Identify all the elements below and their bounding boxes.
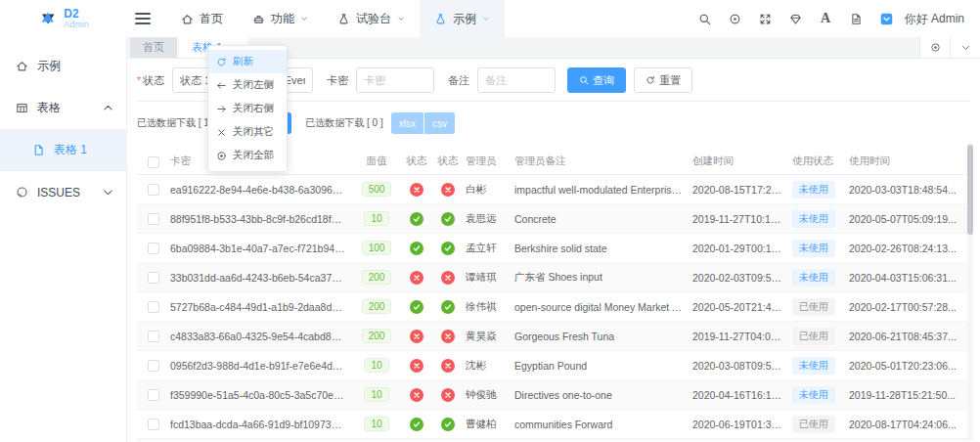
card-label: 卡密 — [327, 73, 348, 88]
focus-button[interactable] — [723, 7, 747, 31]
fullscreen-button[interactable] — [753, 7, 778, 31]
close-icon — [216, 127, 227, 138]
cell-created-time: 2020-02-03T09:58:05... — [692, 272, 792, 284]
app-logo[interactable]: D2 Admin — [0, 0, 127, 37]
cell-remark: open-source digital Money Market Account — [514, 301, 692, 313]
column-header: 状态 — [434, 155, 466, 168]
cell-card-key: c4833a83-66a0-4325-9e54-4cabd8d2b58e — [170, 331, 354, 342]
log-button[interactable] — [874, 7, 899, 31]
row-checkbox[interactable] — [148, 389, 159, 401]
table-body: ea916222-8e94-4e6e-b438-6a3096280f19 500… — [137, 175, 970, 442]
nav-item-label: 示例 — [453, 11, 476, 27]
row-checkbox[interactable] — [148, 331, 159, 342]
status-error-icon — [441, 183, 455, 197]
remark-input[interactable] — [477, 67, 556, 93]
nav-item-home[interactable]: 首页 — [166, 0, 238, 37]
refresh-icon — [646, 75, 655, 85]
flask-icon — [337, 13, 350, 25]
sidebar-item-demo[interactable]: 示例 — [0, 45, 126, 87]
sidebar-item-issues[interactable]: ISSUES — [0, 171, 126, 213]
sidebar-item-table-1[interactable]: 表格 1 — [0, 129, 126, 171]
cell-remark: Concrete — [514, 213, 692, 225]
row-checkbox[interactable] — [148, 419, 159, 430]
column-header: 状态 — [403, 155, 434, 168]
context-menu-item-close-others[interactable]: 关闭其它 — [208, 120, 287, 144]
cell-amount: 200 — [354, 299, 403, 314]
amount-badge: 500 — [362, 182, 392, 197]
status-success-icon — [441, 212, 455, 226]
chevron-down-icon — [960, 42, 971, 53]
chevron-down-icon — [397, 15, 405, 22]
sidebar-item-table-group[interactable]: 表格 — [0, 87, 126, 129]
cell-remark: Berkshire solid state — [514, 243, 692, 254]
download-label: 已选数据下载 [ 0 ] — [305, 116, 382, 130]
reset-button[interactable]: 重置 — [634, 67, 692, 93]
cell-status-1 — [403, 182, 434, 196]
user-greeting[interactable]: 你好 Admin — [905, 11, 964, 27]
status-success-icon — [410, 242, 423, 255]
menu-toggle-button[interactable] — [135, 10, 151, 27]
chevron-up-icon — [102, 102, 114, 114]
cell-used-time: 2020-05-07T05:09:19... — [849, 213, 970, 225]
select-all-checkbox[interactable] — [148, 156, 159, 168]
context-menu-item-refresh[interactable]: 刷新 — [208, 50, 287, 73]
download-csv-button[interactable]: csv — [424, 112, 455, 134]
use-status-badge: 未使用 — [792, 240, 835, 257]
row-checkbox[interactable] — [148, 184, 159, 196]
cell-use-status: 未使用 — [792, 210, 849, 228]
row-checkbox[interactable] — [148, 301, 159, 313]
nav-item-demo[interactable]: 示例 — [420, 0, 505, 37]
cell-remark: Directives one-to-one — [514, 389, 692, 401]
cell-amount: 10 — [354, 387, 403, 402]
context-menu-item-close-all[interactable]: 关闭全部 — [208, 144, 287, 167]
cell-status-2 — [434, 358, 466, 372]
nav-item-features[interactable]: 功能 — [238, 0, 323, 37]
nav-item-label: 首页 — [200, 11, 223, 27]
language-button[interactable] — [844, 7, 869, 31]
card-input[interactable] — [356, 67, 434, 93]
download-xlsx-button[interactable]: xlsx — [391, 112, 423, 134]
logo-text-secondary: Admin — [64, 21, 89, 29]
sidebar-item-label: 表格 — [37, 100, 61, 116]
cell-admin: 孟立轩 — [466, 242, 514, 255]
theme-button[interactable] — [783, 7, 808, 31]
status-success-icon — [410, 212, 423, 226]
cell-remark: Egyptian Pound — [514, 360, 692, 372]
logo-icon — [38, 9, 58, 28]
use-status-badge: 未使用 — [792, 269, 835, 287]
status-label: *状态 — [137, 73, 164, 88]
cell-status-1 — [403, 329, 434, 342]
tab-home[interactable]: 首页 — [130, 37, 177, 58]
column-header: 管理员备注 — [514, 155, 692, 168]
close-all-tabs-button[interactable] — [919, 37, 950, 58]
required-mark: * — [137, 74, 141, 86]
context-menu-item-close-right[interactable]: 关闭右侧 — [208, 97, 287, 120]
tab-options-button[interactable] — [950, 37, 980, 58]
row-checkbox[interactable] — [148, 243, 159, 254]
cell-amount: 100 — [354, 241, 403, 255]
row-checkbox[interactable] — [148, 213, 159, 225]
download-buttons: xlsxcsv — [391, 112, 455, 134]
cell-amount: 500 — [354, 182, 403, 197]
cell-used-time: 2020-03-03T18:48:54... — [849, 184, 970, 196]
search-button[interactable]: 查询 — [567, 67, 626, 93]
home-icon — [16, 60, 28, 72]
row-checkbox[interactable] — [148, 272, 159, 284]
scrollbar-thumb[interactable] — [967, 145, 973, 235]
search-button[interactable] — [692, 7, 717, 31]
nav-item-playground[interactable]: 试验台 — [323, 0, 420, 37]
status-success-icon — [441, 418, 455, 431]
context-menu-label: 关闭其它 — [233, 125, 274, 139]
row-checkbox[interactable] — [148, 360, 159, 372]
font-size-button[interactable]: A — [814, 7, 838, 31]
cell-admin: 袁思远 — [466, 212, 514, 226]
cell-admin: 谭靖琪 — [466, 271, 514, 285]
context-menu-item-close-left[interactable]: 关闭左侧 — [208, 73, 287, 97]
sidebar: 示例 表格 表格 1 ISSUES — [0, 37, 127, 442]
tab-context-menu: 刷新 关闭左侧 关闭右侧 关闭其它 关闭全部 — [207, 45, 288, 172]
download-group: 已选数据下载 [ 0 ] xlsxcsv — [305, 112, 455, 134]
cell-used-time: 2020-06-21T08:45:37... — [849, 331, 970, 342]
sidebar-item-label: 示例 — [37, 58, 61, 74]
cell-use-status: 未使用 — [792, 386, 849, 404]
amount-badge: 200 — [362, 299, 392, 314]
